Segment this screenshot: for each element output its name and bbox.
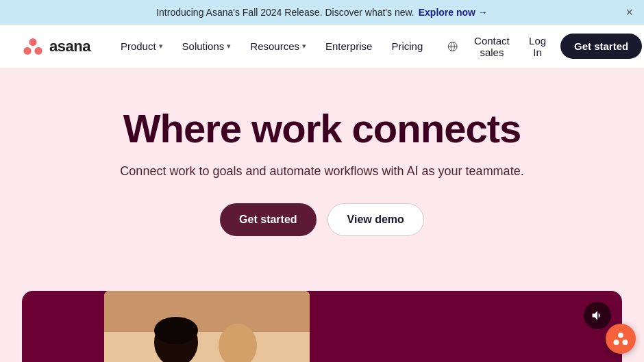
media-card: Where work connects — [22, 291, 622, 362]
nav-item-resources[interactable]: Resources ▾ — [242, 35, 314, 57]
navbar: asana Product ▾ Solutions ▾ Resources ▾ … — [0, 25, 644, 68]
banner-close-button[interactable]: × — [626, 6, 633, 18]
logo-link[interactable]: asana — [22, 36, 90, 57]
logo-text: asana — [49, 38, 90, 55]
svg-rect-7 — [104, 332, 310, 362]
hero-view-demo-button[interactable]: View demo — [327, 203, 424, 236]
hero-buttons: Get started View demo — [220, 203, 424, 236]
people-svg — [104, 291, 310, 362]
svg-point-1 — [23, 47, 31, 54]
mute-button[interactable] — [584, 302, 611, 329]
media-section: Where work connects — [0, 291, 644, 362]
log-in-button[interactable]: Log In — [525, 29, 549, 64]
video-thumbnail — [104, 291, 310, 362]
chevron-down-icon: ▾ — [227, 42, 231, 51]
svg-point-0 — [29, 38, 36, 46]
nav-item-solutions[interactable]: Solutions ▾ — [174, 35, 240, 57]
announcement-banner: Introducing Asana's Fall 2024 Release. D… — [0, 0, 644, 25]
asana-badge-icon — [612, 330, 630, 348]
explore-now-link[interactable]: Explore now → — [419, 7, 488, 18]
svg-point-15 — [623, 339, 628, 345]
hero-subtitle: Connect work to goals and automate workf… — [120, 164, 523, 179]
chevron-down-icon: ▾ — [159, 42, 163, 51]
asana-chat-badge[interactable] — [606, 324, 636, 354]
nav-right: Contact sales Log In Get started — [447, 29, 642, 64]
people-image — [104, 291, 310, 362]
nav-item-enterprise[interactable]: Enterprise — [317, 35, 380, 57]
svg-point-2 — [34, 47, 42, 54]
hero-section: Where work connects Connect work to goal… — [0, 68, 644, 291]
svg-point-14 — [614, 339, 619, 345]
asana-logo-icon — [22, 36, 44, 57]
nav-item-pricing[interactable]: Pricing — [383, 35, 431, 57]
banner-text: Introducing Asana's Fall 2024 Release. D… — [156, 7, 414, 18]
svg-point-13 — [618, 333, 623, 338]
nav-links: Product ▾ Solutions ▾ Resources ▾ Enterp… — [112, 35, 431, 57]
hero-get-started-button[interactable]: Get started — [220, 203, 316, 236]
get-started-nav-button[interactable]: Get started — [560, 34, 642, 59]
contact-sales-button[interactable]: Contact sales — [469, 29, 515, 64]
speaker-icon — [591, 309, 604, 322]
svg-point-12 — [154, 317, 198, 344]
globe-icon[interactable] — [447, 38, 458, 55]
nav-item-product[interactable]: Product ▾ — [112, 35, 171, 57]
hero-title: Where work connects — [123, 107, 521, 151]
chevron-down-icon: ▾ — [302, 42, 306, 51]
